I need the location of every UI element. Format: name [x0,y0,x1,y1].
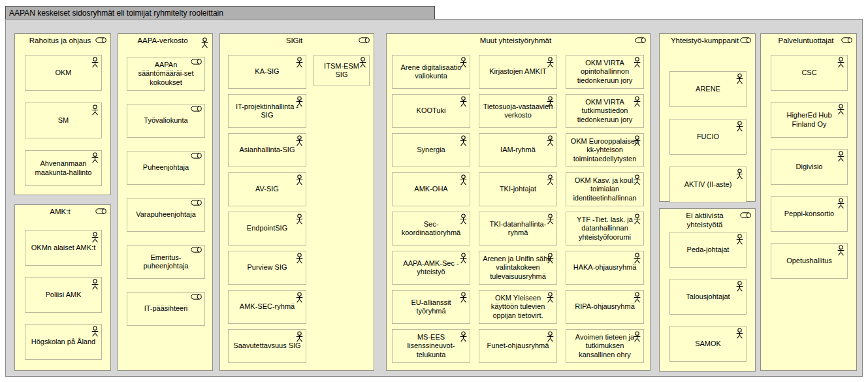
diagram-node[interactable]: ITSM-ESM SIG [313,55,370,86]
business-actor-icon [91,152,99,163]
diagram-node[interactable]: Sec-koordinaatioryhmä [392,212,470,246]
node-label: Ahvenanmaan maakunta-hallinto [25,159,101,176]
business-actor-icon [837,245,845,256]
business-actor-icon [735,281,744,292]
group-amkt[interactable]: AMK:tOKMn alaiset AMK:tPoliisi AMKHögsko… [14,204,111,371]
node-label: HigherEd Hub Finland Oy [771,111,847,128]
node-label: RIPA-ohjausryhmä [566,302,643,311]
diagram-node[interactable]: Purview SIG [228,251,306,285]
diagram-node[interactable]: Opetushallitus [771,243,848,279]
node-label: Puheenjohtaja [127,163,204,172]
diagram-node[interactable]: Varapuheenjohtaja [127,198,205,232]
node-label: OKM Eurooppalaisen kk-yhteison toimintae… [566,137,643,163]
diagram-node[interactable]: FUCIO [669,119,747,155]
diagram-node[interactable]: AAPA-AMK-Sec -yhteistyö [392,251,470,285]
diagram-node[interactable]: ARENE [669,71,747,107]
diagram-node[interactable]: OKM VIRTA opintohallinnon tiedonkeruun j… [566,55,644,89]
business-actor-icon [837,151,845,162]
business-actor-icon [546,135,555,146]
diagram-node[interactable]: OKM VIRTA tutkimustiedon tiedonkeruun jo… [566,94,644,128]
diagram-node[interactable]: AAPAn sääntömääräi-set kokoukset [127,57,205,91]
diagram-node[interactable]: OKM Yleiseen käyttöön tulevien oppijan t… [479,290,557,324]
diagram-node[interactable]: Digivisio [771,149,848,185]
diagram-node[interactable]: Synergia [392,133,470,167]
diagram-node[interactable]: MS-EES lisenssineuvot-telukunta [392,329,470,363]
node-label: Peppi-konsortio [771,210,847,218]
business-actor-icon [546,96,555,107]
diagram-node[interactable]: SAMOK [669,326,747,362]
business-role-icon [359,37,370,43]
group-aapa-verkosto[interactable]: AAPA-verkostoAAPAn sääntömääräi-set koko… [118,33,213,371]
diagram-node[interactable]: AMK-SEC-ryhmä [228,290,306,324]
node-label: FUCIO [670,133,746,141]
diagram-node[interactable]: Talousjohtajat [669,279,747,315]
group-palveluntuottajat[interactable]: PalveluntuottajatCSCHigherEd Hub Finland… [760,33,857,371]
diagram-node[interactable]: AKTIV (II-aste) [669,167,747,202]
diagram-node[interactable]: Työvaliokunta [127,104,205,138]
diagram-node[interactable]: Avoimen tieteen ja tutkimuksen kansallin… [566,329,644,363]
business-actor-icon [295,253,304,264]
diagram-node[interactable]: KA-SIG [228,55,306,89]
node-label: TKI-johtajat [479,185,556,193]
node-label: AV-SIG [229,185,306,193]
group-ei-aktiivista-yhteistyota[interactable]: Ei aktiivista yhteistyötäPeda-johtajatTa… [659,208,756,372]
business-actor-icon [546,292,555,303]
business-actor-icon [633,96,641,107]
diagram-node[interactable]: HigherEd Hub Finland Oy [771,102,848,138]
diagram-node[interactable]: Puheenjohtaja [127,151,205,185]
node-label: TKI-datanhallinta-ryhmä [479,220,556,237]
node-label: Sec-koordinaatioryhmä [393,220,470,237]
diagram-node[interactable]: OKM Eurooppalaisen kk-yhteison toimintae… [566,133,644,167]
node-label: Tietosuoja-vastaavien verkosto [479,103,556,119]
diagram-node[interactable]: AMK-OHA [392,172,470,206]
diagram-node[interactable]: Arenen ja Unifin sähk. valintakokeen tul… [479,251,557,285]
diagram-node[interactable]: AV-SIG [228,172,306,206]
group-sigit[interactable]: SIGitKA-SIGIT-projektinhallinta -SIGAsia… [219,33,374,371]
business-role-icon [841,37,853,43]
diagram-node[interactable]: EndpointSIG [228,212,306,246]
business-actor-icon [633,135,641,146]
business-actor-icon [735,234,744,245]
diagram-node[interactable]: HAKA-ohjausryhmä [566,251,644,285]
diagram-node[interactable]: IT-projektinhallinta -SIG [228,94,306,128]
diagram-node[interactable]: RIPA-ohjausryhmä [566,290,644,324]
business-role-icon [191,200,202,206]
diagram-node[interactable]: Saavutettavsuus SIG [228,329,306,363]
diagram-node[interactable]: Peda-johtajat [669,232,747,268]
diagram-node[interactable]: Funet-ohjausryhmä [479,329,557,363]
group-muut-yhteistyoryhmat[interactable]: Muut yhteistyöryhmätArene digitalisaatio… [386,33,651,371]
diagram-node[interactable]: Emeritus-puheenjohtaja [127,245,205,279]
business-actor-icon [837,57,845,68]
business-role-icon [95,208,107,214]
diagram-node[interactable]: IT-pääsihteeri [127,292,205,326]
diagram-node[interactable]: TKI-datanhallinta-ryhmä [479,212,557,246]
diagram-node[interactable]: Arene digitalisaatio valiokunta [392,55,470,89]
node-label: OKM Kasv. ja koul. toimialan identiteeti… [566,176,643,202]
diagram-node[interactable]: IAM-ryhmä [479,133,557,167]
diagram-node[interactable]: OKM Kasv. ja koul. toimialan identiteeti… [566,172,644,206]
node-label: MS-EES lisenssineuvot-telukunta [393,333,470,359]
diagram-node[interactable]: OKMn alaiset AMK:t [25,230,102,266]
node-label: AKTIV (II-aste) [670,180,746,189]
node-label: Högskolan på Åland [25,338,101,346]
diagram-node[interactable]: EU-allianssit työryhmä [392,290,470,324]
diagram-node[interactable]: Tietosuoja-vastaavien verkosto [479,94,557,128]
diagram-title-tab[interactable]: AAPAN keskeiset sidosryhmät eli toimijat… [5,6,435,19]
diagram-node[interactable]: OKM [25,55,102,91]
diagram-node[interactable]: TKI-johtajat [479,172,557,206]
diagram-node[interactable]: KOOTuki [392,94,470,128]
diagram-node[interactable]: Asianhallinta-SIG [228,133,306,167]
group-rahoitus-ja-ohjaus[interactable]: Rahoitus ja ohjausOKMSMAhvenanmaan maaku… [14,33,111,195]
business-actor-icon [459,331,468,342]
diagram-node[interactable]: CSC [771,55,848,91]
diagram-node[interactable]: Peppi-konsortio [771,196,848,232]
diagram-node[interactable]: SM [25,103,102,138]
diagram-node[interactable]: YTF -Tiet. lask. ja datanhallinnan yhtei… [566,212,644,246]
diagram-node[interactable]: Högskolan på Åland [25,324,102,360]
diagram-node[interactable]: Ahvenanmaan maakunta-hallinto [25,150,102,186]
diagram-node[interactable]: Kirjastojen AMKIT [479,55,557,89]
group-yhteistyokumppanit[interactable]: Yhteistyö-kumppanitARENEFUCIOAKTIV (II-a… [659,33,756,202]
diagram-node[interactable]: Poliisi AMK [25,277,102,313]
diagram-canvas[interactable]: Rahoitus ja ohjausOKMSMAhvenanmaan maaku… [5,19,863,377]
business-actor-icon [91,232,99,243]
